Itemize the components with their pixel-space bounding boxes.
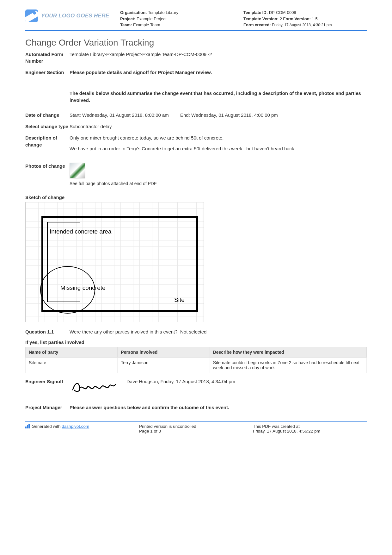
field-pm: Project Manager Please answer questions … <box>25 404 367 411</box>
project-label: Project: <box>120 16 135 21</box>
form-ver-label: Form Version: <box>283 16 311 21</box>
form-number-value: Template Library-Example Project-Example… <box>70 51 367 65</box>
desc-label: Description of change <box>25 134 70 152</box>
footer-left: Generated with dashpivot.com <box>25 424 139 433</box>
header-meta: Organisation: Template Library Project: … <box>120 9 367 28</box>
td-impact: Sitemate couldn't begin works in Zone 2 … <box>210 357 366 373</box>
table-row: Sitemate Terry Jamison Sitemate couldn't… <box>26 357 367 373</box>
th-party: Name of party <box>26 347 118 357</box>
photos-caption: See full page photos attached at end of … <box>70 180 367 187</box>
desc-line1: Only one mixer brought concrete today, s… <box>70 134 367 141</box>
sketch-text-intended: Intended concrete area <box>50 228 111 235</box>
question-text: Were there any other parties involved in… <box>70 329 180 334</box>
meta-col-right: Template ID: DP-COM-0009 Template Versio… <box>243 9 367 28</box>
signature-image <box>70 379 126 393</box>
desc-line2: We have put in an order to Terry's Concr… <box>70 145 367 152</box>
date-values: Start: Wednesday, 01 August 2018, 8:00:0… <box>70 112 367 119</box>
org-value: Template Library <box>148 10 178 15</box>
signoff-label: Engineer Signoff <box>25 379 70 393</box>
sketch-text-site: Site <box>174 296 185 303</box>
logo-icon <box>25 9 38 22</box>
table-header-row: Name of party Persons involved Describe … <box>26 347 367 357</box>
field-photos: Photos of change See full page photos at… <box>25 163 367 187</box>
page-title: Change Order Variation Tracking <box>25 38 367 48</box>
footer: Generated with dashpivot.com Printed ver… <box>25 421 367 433</box>
signoff-text: Dave Hodgson, Friday, 17 August 2018, 4:… <box>126 379 235 393</box>
template-id-value: DP-COM-0009 <box>269 10 296 15</box>
form-ver-value: 1.5 <box>312 16 318 21</box>
engineer-section-value: Please populate details and signoff for … <box>70 69 367 76</box>
logo-block: YOUR LOGO GOES HERE <box>25 9 114 22</box>
desc-value: Only one mixer brought concrete today, s… <box>70 134 367 152</box>
sketch-area: Intended concrete area Missing concrete … <box>25 202 204 322</box>
footer-middle: Printed version is uncontrolled Page 1 o… <box>139 424 253 433</box>
footer-link[interactable]: dashpivot.com <box>62 424 89 429</box>
page: YOUR LOGO GOES HERE Organisation: Templa… <box>0 0 392 440</box>
footer-created-label: This PDF was created at <box>253 424 367 429</box>
type-value: Subcontractor delay <box>70 123 367 130</box>
team-value: Example Team <box>133 22 160 27</box>
org-label: Organisation: <box>120 10 147 15</box>
photos-block: See full page photos attached at end of … <box>70 163 367 187</box>
footer-right: This PDF was created at Friday, 17 Augus… <box>253 424 367 433</box>
photo-thumbnail <box>70 163 85 178</box>
photos-label: Photos of change <box>25 163 70 187</box>
date-label: Date of change <box>25 112 70 119</box>
field-type: Select change type Subcontractor delay <box>25 123 367 130</box>
details-note: The details below should summarise the c… <box>70 90 367 104</box>
footer-uncontrolled: Printed version is uncontrolled <box>139 424 253 429</box>
team-label: Team: <box>120 22 132 27</box>
parties-label: If yes, list parties involved <box>25 340 367 345</box>
td-party: Sitemate <box>26 357 118 373</box>
footer-generated-prefix: Generated with <box>32 424 62 429</box>
field-engineer-section: Engineer Section Please populate details… <box>25 69 367 76</box>
signoff-row: Engineer Signoff Dave Hodgson, Friday, 1… <box>25 379 367 393</box>
parties-table: Name of party Persons involved Describe … <box>25 347 367 373</box>
question-answer: Not selected <box>180 329 206 334</box>
template-ver-value: 2 <box>280 16 282 21</box>
template-id-label: Template ID: <box>243 10 268 15</box>
date-end: End: Wednesday, 01 August 2018, 4:00:00 … <box>180 112 278 119</box>
field-date: Date of change Start: Wednesday, 01 Augu… <box>25 112 367 119</box>
question-row: Question 1.1 Were there any other partie… <box>25 329 367 334</box>
dashpivot-icon <box>25 424 30 428</box>
meta-col-left: Organisation: Template Library Project: … <box>120 9 243 28</box>
footer-page: Page 1 of 3 <box>139 429 253 433</box>
field-desc: Description of change Only one mixer bro… <box>25 134 367 152</box>
date-start: Start: Wednesday, 01 August 2018, 8:00:0… <box>70 112 180 119</box>
pm-value: Please answer questions below and confir… <box>70 404 367 411</box>
field-details-note: The details below should summarise the c… <box>25 90 367 104</box>
logo-text: YOUR LOGO GOES HERE <box>41 13 109 19</box>
th-impact: Describe how they were impacted <box>210 347 366 357</box>
sketch-label: Sketch of change <box>25 195 367 200</box>
sketch-text-missing: Missing concrete <box>60 284 106 291</box>
header: YOUR LOGO GOES HERE Organisation: Templa… <box>25 9 367 31</box>
field-form-number: Automated Form Number Template Library-E… <box>25 51 367 65</box>
engineer-section-label: Engineer Section <box>25 69 70 76</box>
form-number-label: Automated Form Number <box>25 51 70 65</box>
question-label: Question 1.1 <box>25 329 70 334</box>
type-label: Select change type <box>25 123 70 130</box>
footer-created-value: Friday, 17 August 2018, 4:56:22 pm <box>253 429 367 433</box>
td-persons: Terry Jamison <box>118 357 210 373</box>
pm-label: Project Manager <box>25 404 70 411</box>
th-persons: Persons involved <box>118 347 210 357</box>
form-created-value: Friday, 17 August 2018, 4:30:21 pm <box>272 23 332 27</box>
project-value: Example Project <box>137 16 167 21</box>
template-ver-label: Template Version: <box>243 16 279 21</box>
form-created-label: Form created: <box>243 22 271 27</box>
